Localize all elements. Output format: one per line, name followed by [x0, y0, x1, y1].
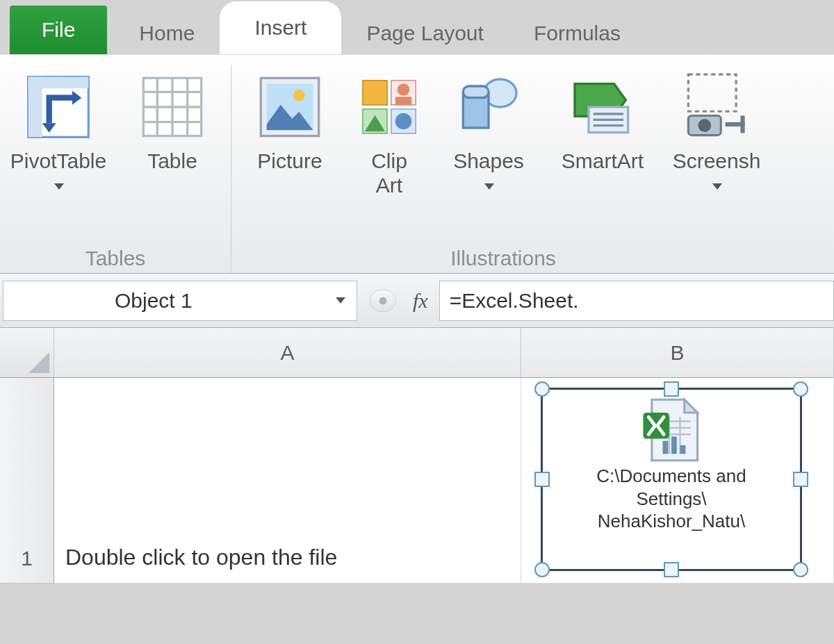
ribbon-tabs: File Home Insert Page Layout Formulas [0, 0, 834, 54]
worksheet-grid: A B 1 Double click to open the file [0, 328, 834, 584]
clipart-icon [351, 69, 427, 145]
cell-A1[interactable]: Double click to open the file [54, 378, 521, 584]
svg-point-32 [379, 297, 387, 304]
resize-handle[interactable] [534, 472, 550, 487]
tab-page-layout[interactable]: Page Layout [341, 13, 508, 54]
fx-label[interactable]: fx [409, 289, 432, 313]
formula-value: =Excel.Sheet. [450, 289, 579, 313]
embedded-object[interactable]: C:\Documents and Settings\ NehaKishor_Na… [541, 388, 802, 571]
picture-icon [252, 69, 328, 145]
screenshot-label: Screensh [673, 149, 761, 172]
group-illustrations: Picture Clip Art [231, 65, 775, 273]
dropdown-caret-icon [54, 183, 64, 190]
svg-rect-2 [28, 77, 42, 138]
clipart-label: Clip Art [371, 149, 407, 197]
picture-button[interactable]: Picture [237, 65, 343, 247]
resize-handle[interactable] [793, 472, 808, 487]
table-button[interactable]: Table [120, 65, 225, 247]
name-box-value: Object 1 [3, 289, 334, 313]
smartart-button[interactable]: SmartArt [550, 65, 655, 247]
resize-handle[interactable] [664, 381, 679, 397]
shapes-icon [450, 69, 527, 145]
pivottable-icon [20, 69, 97, 145]
formula-input[interactable]: =Excel.Sheet. [439, 281, 834, 321]
tab-file[interactable]: File [10, 6, 107, 54]
resize-handle[interactable] [793, 562, 808, 577]
svg-rect-38 [663, 441, 669, 454]
svg-rect-13 [363, 81, 387, 105]
resize-handle[interactable] [664, 562, 679, 577]
svg-point-19 [395, 113, 411, 129]
column-header-A[interactable]: A [54, 328, 521, 378]
svg-point-12 [293, 90, 305, 101]
dropdown-caret-icon [484, 183, 494, 190]
embedded-object-path-line2: Settings\ [596, 488, 746, 511]
pivottable-label: PivotTable [10, 149, 106, 172]
picture-label: Picture [257, 149, 322, 174]
svg-rect-31 [740, 116, 744, 133]
resize-handle[interactable] [534, 381, 550, 397]
expand-formula-bar-button[interactable] [370, 290, 396, 312]
shapes-button[interactable]: Shapes [436, 65, 541, 247]
svg-point-15 [398, 83, 410, 96]
svg-rect-16 [395, 97, 411, 105]
row-header-1[interactable]: 1 [0, 378, 54, 584]
excel-file-icon [637, 395, 706, 465]
smartart-label: SmartArt [562, 149, 644, 174]
embedded-object-path-line3: NehaKishor_Natu\ [596, 510, 746, 533]
group-tables: PivotTable [0, 65, 231, 273]
tab-formulas[interactable]: Formulas [509, 13, 646, 54]
screenshot-icon [678, 69, 755, 145]
dropdown-caret-icon[interactable] [336, 297, 345, 304]
svg-rect-39 [671, 436, 677, 454]
embedded-object-content: C:\Documents and Settings\ NehaKishor_Na… [543, 390, 800, 569]
shapes-label: Shapes [453, 149, 524, 172]
tab-home[interactable]: Home [114, 13, 220, 54]
resize-handle[interactable] [534, 562, 550, 577]
formula-bar: Object 1 fx =Excel.Sheet. [0, 274, 834, 328]
table-label: Table [147, 149, 197, 174]
clipart-button[interactable]: Clip Art [351, 65, 427, 247]
column-header-B[interactable]: B [521, 328, 834, 378]
table-icon [134, 69, 211, 145]
select-all-corner[interactable] [0, 328, 54, 378]
cell-A1-value: Double click to open the file [65, 545, 337, 570]
group-tables-label: Tables [85, 247, 146, 273]
svg-point-29 [698, 119, 711, 132]
smartart-icon [564, 69, 641, 145]
name-box[interactable]: Object 1 [3, 281, 357, 321]
embedded-object-path-line1: C:\Documents and [596, 465, 746, 488]
tab-insert[interactable]: Insert [220, 1, 341, 54]
resize-handle[interactable] [793, 381, 808, 397]
svg-rect-22 [463, 86, 489, 98]
cell-B1[interactable]: C:\Documents and Settings\ NehaKishor_Na… [521, 378, 834, 584]
dropdown-caret-icon [712, 183, 722, 190]
pivottable-button[interactable]: PivotTable [6, 65, 111, 247]
svg-rect-27 [688, 74, 736, 111]
svg-rect-40 [680, 445, 686, 454]
ribbon: PivotTable [0, 54, 834, 274]
group-illustrations-label: Illustrations [450, 247, 556, 273]
screenshot-button[interactable]: Screensh [664, 65, 769, 247]
